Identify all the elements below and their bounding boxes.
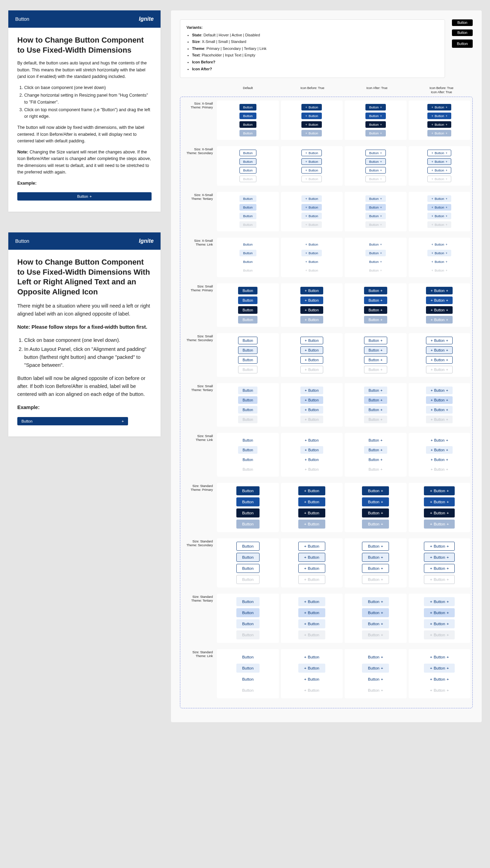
button-primary-sm-disabled[interactable]: Button — [238, 316, 257, 324]
button-primary-std-hover[interactable]: +Button+ — [424, 497, 455, 506]
button-primary-std-active[interactable]: Button — [236, 508, 260, 517]
button-primary-std-disabled[interactable]: Button — [236, 520, 260, 529]
example-button-space-between[interactable]: Button + — [17, 417, 128, 425]
button-linkbtn-sm-disabled[interactable]: Button+ — [364, 466, 387, 473]
button-linkbtn-xs-hover[interactable]: Button+ — [365, 250, 386, 256]
button-linkbtn-std-active[interactable]: Button — [236, 675, 260, 684]
button-tertiary-std-default[interactable]: +Button — [298, 597, 325, 606]
button-secondary-std-active[interactable]: +Button — [298, 564, 325, 573]
button-tertiary-sm-active[interactable]: Button+ — [364, 406, 387, 414]
button-tertiary-sm-default[interactable]: +Button+ — [426, 387, 453, 394]
button-tertiary-sm-disabled[interactable]: Button — [238, 416, 257, 423]
button-tertiary-sm-default[interactable]: Button+ — [364, 387, 387, 394]
button-primary-sm-hover[interactable]: Button — [238, 296, 257, 304]
button-tertiary-sm-hover[interactable]: +Button+ — [426, 396, 453, 404]
button-secondary-sm-default[interactable]: Button — [238, 337, 257, 344]
button-tertiary-sm-hover[interactable]: +Button — [300, 396, 324, 404]
button-primary-xs-disabled[interactable]: Button — [239, 130, 256, 136]
button-secondary-xs-default[interactable]: Button+ — [365, 150, 386, 156]
button-linkbtn-sm-active[interactable]: +Button+ — [426, 456, 453, 463]
button-tertiary-sm-active[interactable]: +Button — [300, 406, 324, 414]
button-secondary-std-hover[interactable]: +Button+ — [424, 553, 455, 562]
button-secondary-std-disabled[interactable]: +Button — [298, 575, 325, 584]
button-secondary-std-active[interactable]: +Button+ — [424, 564, 455, 573]
button-secondary-sm-active[interactable]: Button+ — [364, 356, 387, 364]
button-secondary-sm-disabled[interactable]: Button+ — [364, 366, 387, 373]
button-tertiary-xs-active[interactable]: Button — [239, 213, 256, 219]
button-tertiary-std-active[interactable]: Button+ — [362, 619, 389, 628]
button-secondary-sm-hover[interactable]: +Button — [300, 346, 324, 354]
button-tertiary-sm-disabled[interactable]: +Button — [300, 416, 324, 423]
button-primary-xs-default[interactable]: Button — [239, 104, 256, 110]
button-linkbtn-xs-disabled[interactable]: +Button — [301, 267, 322, 274]
button-primary-sm-disabled[interactable]: Button+ — [364, 316, 387, 324]
button-tertiary-std-disabled[interactable]: Button+ — [362, 630, 389, 639]
button-primary-sm-disabled[interactable]: +Button+ — [426, 316, 453, 324]
button-linkbtn-xs-hover[interactable]: +Button — [301, 250, 322, 256]
button-tertiary-sm-active[interactable]: Button — [238, 406, 257, 414]
button-secondary-xs-hover[interactable]: Button+ — [365, 158, 386, 165]
button-tertiary-xs-disabled[interactable]: Button — [239, 221, 256, 228]
button-primary-std-hover[interactable]: +Button — [298, 497, 325, 506]
button-linkbtn-sm-default[interactable]: +Button+ — [426, 436, 453, 444]
button-primary-xs-hover[interactable]: +Button+ — [427, 113, 451, 119]
example-button-centered[interactable]: Button+ — [17, 192, 152, 201]
button-linkbtn-std-hover[interactable]: Button+ — [362, 664, 389, 673]
button-secondary-std-active[interactable]: Button+ — [362, 564, 389, 573]
button-tertiary-std-default[interactable]: Button — [236, 597, 260, 606]
button-primary-std-active[interactable]: +Button+ — [424, 508, 455, 517]
button-linkbtn-xs-hover[interactable]: +Button+ — [427, 250, 451, 256]
button-linkbtn-std-default[interactable]: +Button+ — [424, 653, 455, 662]
button-secondary-std-default[interactable]: Button+ — [362, 542, 389, 551]
button-secondary-std-disabled[interactable]: +Button+ — [424, 575, 455, 584]
button-linkbtn-sm-active[interactable]: +Button — [300, 456, 324, 463]
button-tertiary-xs-hover[interactable]: +Button — [301, 204, 322, 211]
button-primary-std-disabled[interactable]: +Button+ — [424, 520, 455, 529]
button-primary-sm-active[interactable]: +Button+ — [426, 306, 453, 314]
button-primary-std-default[interactable]: +Button+ — [424, 486, 455, 495]
button-primary-std-disabled[interactable]: +Button — [298, 520, 325, 529]
button-linkbtn-std-disabled[interactable]: +Button — [298, 686, 325, 695]
button-secondary-xs-default[interactable]: +Button+ — [427, 150, 451, 156]
button-primary-xs-disabled[interactable]: +Button — [301, 130, 322, 136]
button-linkbtn-xs-disabled[interactable]: Button+ — [365, 267, 386, 274]
button-primary-sm-default[interactable]: +Button+ — [426, 287, 453, 294]
button-primary-xs-hover[interactable]: Button+ — [365, 113, 386, 119]
button-linkbtn-sm-hover[interactable]: Button+ — [364, 446, 387, 454]
button-tertiary-xs-hover[interactable]: Button — [239, 204, 256, 211]
button-secondary-xs-hover[interactable]: +Button — [301, 158, 322, 165]
button-linkbtn-std-default[interactable]: +Button — [298, 653, 325, 662]
button-secondary-xs-disabled[interactable]: Button+ — [365, 176, 386, 182]
button-primary-xs-disabled[interactable]: Button+ — [365, 130, 386, 136]
button-linkbtn-sm-active[interactable]: Button+ — [364, 456, 387, 463]
button-primary-std-disabled[interactable]: Button+ — [362, 520, 389, 529]
button-secondary-sm-hover[interactable]: Button — [238, 346, 257, 354]
sample-button-std[interactable]: Button — [452, 39, 473, 48]
button-tertiary-xs-default[interactable]: Button+ — [365, 195, 386, 202]
button-tertiary-std-default[interactable]: +Button+ — [424, 597, 455, 606]
button-linkbtn-sm-default[interactable]: Button — [238, 436, 257, 444]
button-linkbtn-std-active[interactable]: +Button+ — [424, 675, 455, 684]
button-linkbtn-xs-disabled[interactable]: +Button+ — [427, 267, 451, 274]
button-primary-xs-default[interactable]: +Button+ — [427, 104, 451, 110]
button-tertiary-sm-active[interactable]: +Button+ — [426, 406, 453, 414]
button-tertiary-xs-default[interactable]: Button — [239, 195, 256, 202]
button-tertiary-sm-disabled[interactable]: +Button+ — [426, 416, 453, 423]
button-secondary-xs-default[interactable]: +Button — [301, 150, 322, 156]
button-primary-xs-hover[interactable]: +Button — [301, 113, 322, 119]
button-tertiary-xs-disabled[interactable]: +Button — [301, 221, 322, 228]
button-secondary-std-default[interactable]: +Button+ — [424, 542, 455, 551]
button-linkbtn-sm-default[interactable]: +Button — [300, 436, 324, 444]
button-primary-xs-active[interactable]: +Button — [301, 121, 322, 128]
button-tertiary-sm-default[interactable]: Button — [238, 387, 257, 394]
button-primary-std-active[interactable]: +Button — [298, 508, 325, 517]
button-primary-sm-default[interactable]: Button — [238, 287, 257, 294]
button-secondary-sm-disabled[interactable]: +Button+ — [426, 366, 453, 373]
button-secondary-xs-disabled[interactable]: Button — [239, 176, 256, 182]
button-linkbtn-std-hover[interactable]: +Button — [298, 664, 325, 673]
button-primary-sm-hover[interactable]: Button+ — [364, 296, 387, 304]
button-secondary-std-active[interactable]: Button — [236, 564, 260, 573]
button-secondary-xs-hover[interactable]: +Button+ — [427, 158, 451, 165]
button-tertiary-xs-default[interactable]: +Button+ — [427, 195, 451, 202]
button-tertiary-std-hover[interactable]: +Button+ — [424, 608, 455, 617]
